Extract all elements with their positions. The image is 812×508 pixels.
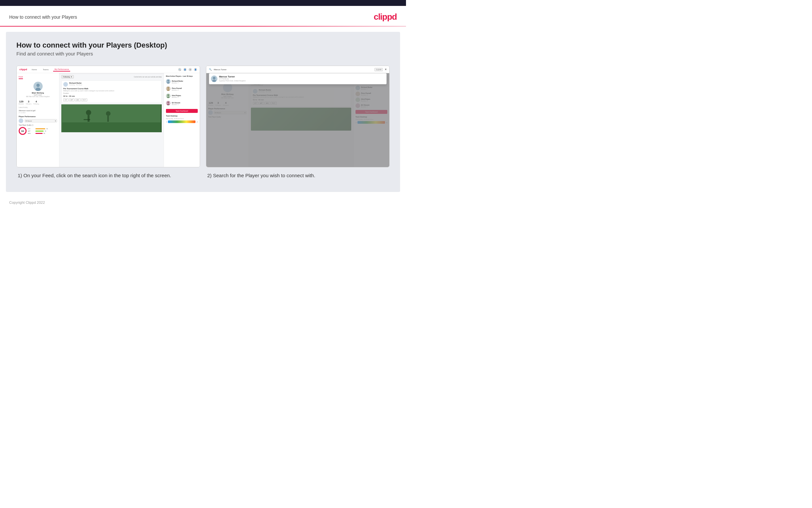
mini-player-perf-label: Player Performance [19, 116, 57, 118]
svg-rect-9 [107, 116, 109, 122]
mini-heatmap-title: Team Heatmap [166, 115, 198, 117]
golf-image [61, 104, 162, 132]
mini-player-select: Eli Vincent ▼ [25, 119, 57, 122]
search-result-club: Cypress Point Club, United Kingdom [219, 80, 246, 82]
svg-point-11 [167, 80, 169, 82]
mini-logo-1: clippd [19, 68, 27, 71]
mini-body-1: Feed Blair McHarg [17, 73, 200, 167]
svg-point-14 [167, 87, 169, 89]
clear-button[interactable]: CLEAR [375, 68, 383, 71]
logo: clippd [374, 12, 397, 22]
svg-point-8 [106, 111, 110, 116]
svg-rect-4 [62, 122, 161, 132]
mini-following-btn: Following▼ [61, 75, 74, 78]
mini-right-1: Most Active Players - Last 30 days Richa… [164, 73, 200, 167]
svg-rect-6 [88, 115, 90, 122]
mini-control-link: Control who can see your activity and da… [134, 76, 162, 78]
svg-point-23 [213, 77, 216, 79]
dark-overlay [206, 73, 389, 167]
mini-most-active-title: Most Active Players - Last 30 days [166, 75, 198, 77]
copyright: Copyright Clippd 2022 [9, 201, 45, 205]
mini-stat-followers: 3 Followers [26, 100, 32, 105]
mini-activity-card: Richard Butler Yesterday · The Grove Pre… [61, 80, 162, 103]
screenshot-2: clippd Home Teams My Performance 🔍 Marcu… [206, 66, 390, 167]
search-icon-mini: 🔍 [178, 68, 181, 71]
mini-tab-feed: Feed [19, 76, 23, 79]
settings-icon-mini: ⚙ [189, 68, 192, 71]
avatar-icon-mini: 👤 [194, 68, 197, 71]
mini-nav-icons: 🔍 👤 ⚙ 👤 [178, 68, 197, 71]
svg-point-17 [167, 94, 169, 96]
panel-2: clippd Home Teams My Performance 🔍 Marcu… [206, 66, 390, 179]
main-content: How to connect with your Players (Deskto… [6, 32, 400, 192]
mini-sidebar-1: Feed Blair McHarg [17, 73, 59, 167]
svg-point-5 [86, 110, 91, 115]
mini-app-2: clippd Home Teams My Performance 🔍 Marcu… [206, 66, 389, 167]
mini-score: 84 [19, 127, 27, 135]
header-divider [0, 26, 406, 27]
mini-stat-following: 4 Following [34, 100, 39, 105]
close-button[interactable]: × [385, 68, 387, 71]
panel-1: clippd Home Teams My Performance 🔍 👤 ⚙ 👤 [16, 66, 200, 179]
mini-player-row-3: Hiral Pujara Activities: 3 [166, 93, 198, 99]
mini-nav-1: clippd Home Teams My Performance 🔍 👤 ⚙ 👤 [17, 66, 200, 73]
svg-rect-7 [84, 119, 90, 120]
search-result-name: Marcus Turner [219, 76, 246, 78]
mini-nav-myperformance: My Performance [53, 68, 70, 72]
panel-2-caption: 2) Search for the Player you wish to con… [206, 172, 390, 179]
section-title: How to connect with your Players (Deskto… [16, 41, 390, 49]
mini-profile-club: Mill Ride Golf Club, United Kingdom [26, 96, 50, 97]
mini-activity-avatar [63, 82, 68, 87]
svg-point-1 [36, 84, 40, 87]
mini-player-row-2: Piers Parnell Activities: 4 [166, 86, 198, 92]
mini-duration: Duration [63, 92, 160, 94]
panel-1-caption: 1) On your Feed, click on the search ico… [16, 172, 200, 179]
mini-player-perf-avatar [19, 119, 23, 123]
section-subtitle: Find and connect with your Players [16, 51, 390, 56]
mini-search-text: Marcus Turner [214, 69, 373, 71]
person-icon-mini: 👤 [183, 68, 187, 71]
search-result-avatar [211, 76, 218, 82]
mini-nav-home: Home [31, 68, 38, 71]
mini-player-perf-row: Eli Vincent ▼ [19, 119, 57, 123]
search-result-item: Marcus Turner 1.5 Handicap Cypress Point… [211, 76, 385, 82]
mini-app-1: clippd Home Teams My Performance 🔍 👤 ⚙ 👤 [17, 66, 200, 167]
mini-nav-teams: Teams [42, 68, 50, 71]
screenshot-1: clippd Home Teams My Performance 🔍 👤 ⚙ 👤 [16, 66, 200, 167]
mini-stat-activities: 129 Activities [19, 100, 24, 105]
panels: clippd Home Teams My Performance 🔍 👤 ⚙ 👤 [16, 66, 390, 179]
mini-tags: OTT APP ARG PUTT [63, 98, 160, 101]
mini-stats: 129 Activities 3 Followers 4 Following [19, 100, 57, 105]
search-icon-mini-2: 🔍 [209, 68, 212, 71]
mini-profile-card: Blair McHarg Golf Coach Mill Ride Golf C… [19, 82, 57, 97]
mini-following-bar: Following▼ Control who can see your acti… [61, 75, 162, 78]
search-dropdown: Marcus Turner 1.5 Handicap Cypress Point… [209, 73, 387, 84]
svg-point-20 [167, 101, 169, 103]
page-footer: Copyright Clippd 2022 [0, 197, 406, 208]
mini-search-bar: 🔍 Marcus Turner CLEAR × [206, 66, 389, 73]
page-title: How to connect with your Players [9, 14, 77, 20]
mini-profile-avatar [34, 82, 43, 91]
top-bar [0, 0, 406, 6]
mini-feed-1: Following▼ Control who can see your acti… [59, 73, 164, 167]
mini-team-dashboard-btn: Team Dashboard [166, 109, 198, 113]
mini-player-row-1: Richard Butler Activities: 7 [166, 79, 198, 85]
mini-player-row-4: Eli Vincent Activities: 1 [166, 101, 198, 106]
mini-heatmap-sub: Shot Quality · 20 Round Trend [166, 118, 198, 120]
page-header: How to connect with your Players clippd [0, 6, 406, 26]
